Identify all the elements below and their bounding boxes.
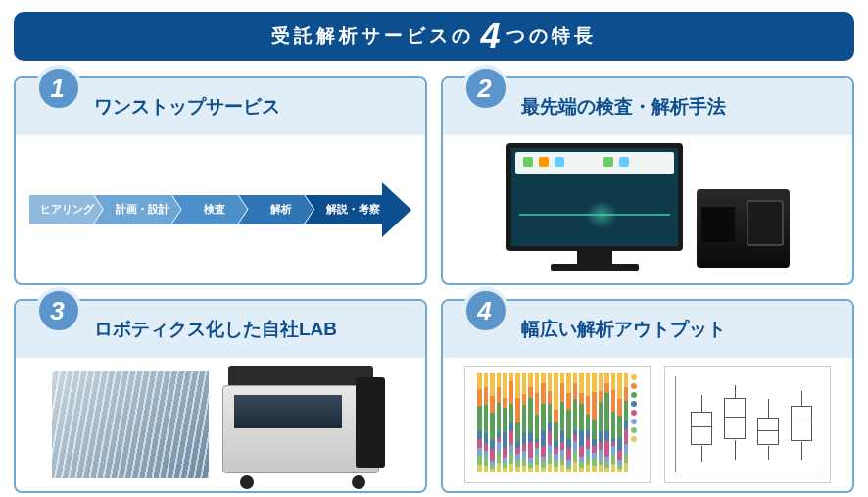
feature-number-badge: 4 [462,287,509,334]
flow-step: 検査 [172,195,248,224]
header-number: 4 [480,16,500,57]
stacked-bar-chart-illustration [464,366,651,483]
card-head: 1 ワンストップサービス [16,78,425,135]
analysis-device-illustration [697,189,790,268]
card-body [16,358,425,491]
flow-step: 解説・考察 [305,195,392,224]
feature-title: 幅広い解析アウトプット [521,317,726,342]
lab-robot-illustration [222,366,389,483]
feature-card-1: 1 ワンストップサービス ヒアリング 計画・設計 検査 解析 解説・考察 [14,76,427,285]
boxplot-chart-illustration [664,366,831,483]
feature-title: ワンストップサービス [94,94,280,120]
flow-step: 計画・設計 [94,195,181,224]
card-body: ヒアリング 計画・設計 検査 解析 解説・考察 [16,135,425,283]
feature-title: ロボティクス化した自社LAB [94,317,337,342]
feature-grid: 1 ワンストップサービス ヒアリング 計画・設計 検査 解析 解説・考察 2 最… [14,76,854,484]
card-body [443,358,852,491]
feature-card-4: 4 幅広い解析アウトプット [441,299,854,493]
header-prefix: 受託解析サービスの [271,24,474,49]
lab-pipette-illustration [52,371,209,478]
feature-number-badge: 3 [35,287,82,334]
header-suffix: つの特長 [506,24,597,49]
card-head: 4 幅広い解析アウトプット [443,301,852,358]
feature-number-badge: 1 [35,65,82,112]
flow-step: ヒアリング [29,195,103,224]
analysis-monitor-illustration [506,143,683,275]
feature-number-badge: 2 [462,65,509,112]
process-arrow-flow: ヒアリング 計画・設計 検査 解析 解説・考察 [25,187,415,232]
card-head: 3 ロボティクス化した自社LAB [16,301,425,358]
card-head: 2 最先端の検査・解析手法 [443,78,852,135]
card-body [443,135,852,283]
page-header: 受託解析サービスの 4 つの特長 [14,12,854,61]
chart-legend-icon [631,374,647,442]
feature-title: 最先端の検査・解析手法 [521,94,726,120]
feature-card-3: 3 ロボティクス化した自社LAB [14,299,427,493]
flow-step: 解析 [238,195,313,224]
feature-card-2: 2 最先端の検査・解析手法 [441,76,854,285]
